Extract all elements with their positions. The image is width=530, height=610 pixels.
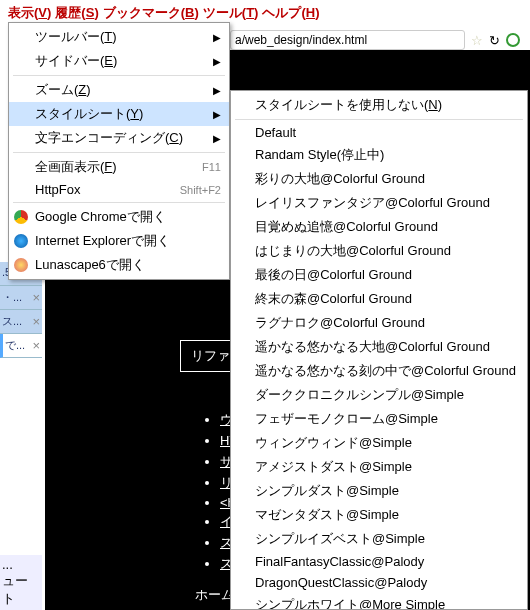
close-icon[interactable]: × bbox=[32, 314, 40, 329]
option-label: 彩りの大地@Colorful Ground bbox=[255, 171, 425, 186]
option-label: Randam Style(停止中) bbox=[255, 147, 384, 162]
stylesheet-option[interactable]: ウィングウィンド@Simple bbox=[231, 431, 527, 455]
luna-icon bbox=[14, 258, 28, 272]
sidebar-tab[interactable]: ・...× bbox=[0, 286, 42, 310]
address-bar: ☆ ↻ bbox=[230, 30, 520, 50]
stylesheet-option[interactable]: ラグナロク@Colorful Ground bbox=[231, 311, 527, 335]
view-menu: ツールバー(T)▶サイドバー(E)▶ズーム(Z)▶スタイルシート(Y)▶文字エン… bbox=[8, 22, 230, 280]
menu-label: 全画面表示(F) bbox=[35, 158, 117, 176]
bookmark-icon[interactable]: ☆ bbox=[471, 33, 483, 48]
stylesheet-option[interactable]: アメジストダスト@Simple bbox=[231, 455, 527, 479]
submenu-arrow-icon: ▶ bbox=[213, 109, 221, 120]
menu-label: HttpFox bbox=[35, 182, 81, 197]
menu-label: 文字エンコーディング(C) bbox=[35, 129, 183, 147]
pane-item[interactable]: ... bbox=[2, 557, 40, 572]
separator bbox=[13, 202, 225, 203]
option-label: シンプルホワイト@More Simple bbox=[255, 597, 445, 610]
menu-item[interactable]: Google Chromeで開く bbox=[9, 205, 229, 229]
option-label: FinalFantasyClassic@Palody bbox=[255, 554, 424, 569]
menu-item[interactable]: ズーム(Z)▶ bbox=[9, 78, 229, 102]
menu-item[interactable]: ブックマーク(B) bbox=[103, 4, 199, 22]
menu-item[interactable]: サイドバー(E)▶ bbox=[9, 49, 229, 73]
close-icon[interactable]: × bbox=[32, 290, 40, 305]
refresh-icon[interactable]: ↻ bbox=[489, 33, 500, 48]
option-label: Default bbox=[255, 125, 296, 140]
option-label: 目覚めぬ追憶@Colorful Ground bbox=[255, 219, 438, 234]
stylesheet-option[interactable]: 彩りの大地@Colorful Ground bbox=[231, 167, 527, 191]
stylesheet-option[interactable]: スタイルシートを使用しない(N) bbox=[231, 93, 527, 117]
stylesheet-option[interactable]: DragonQuestClassic@Palody bbox=[231, 572, 527, 593]
stylesheet-option[interactable]: Default bbox=[231, 122, 527, 143]
close-icon[interactable]: × bbox=[32, 338, 40, 353]
menu-item[interactable]: 全画面表示(F)F11 bbox=[9, 155, 229, 179]
stylesheet-option[interactable]: Randam Style(停止中) bbox=[231, 143, 527, 167]
menu-item[interactable]: Internet Explorerで開く bbox=[9, 229, 229, 253]
stylesheet-submenu: スタイルシートを使用しない(N)DefaultRandam Style(停止中)… bbox=[230, 90, 528, 610]
option-label: 遥かなる悠かなる刻の中で@Colorful Ground bbox=[255, 363, 516, 378]
separator bbox=[235, 119, 523, 120]
stylesheet-option[interactable]: 遥かなる悠かなる刻の中で@Colorful Ground bbox=[231, 359, 527, 383]
submenu-arrow-icon: ▶ bbox=[213, 32, 221, 43]
separator bbox=[13, 75, 225, 76]
pane-item[interactable]: ト bbox=[2, 590, 40, 608]
option-label: DragonQuestClassic@Palody bbox=[255, 575, 427, 590]
option-label: スタイルシートを使用しない(N) bbox=[255, 97, 442, 112]
menu-label: Internet Explorerで開く bbox=[35, 232, 170, 250]
shortcut-label: Shift+F2 bbox=[180, 184, 221, 196]
option-label: 最後の日@Colorful Ground bbox=[255, 267, 412, 282]
menu-item[interactable]: 履歴(S) bbox=[55, 4, 98, 22]
shortcut-label: F11 bbox=[202, 161, 221, 173]
menu-label: サイドバー(E) bbox=[35, 52, 117, 70]
menu-item[interactable]: Lunascape6で開く bbox=[9, 253, 229, 277]
menu-item[interactable]: ツール(T) bbox=[203, 4, 259, 22]
menu-item[interactable]: HttpFoxShift+F2 bbox=[9, 179, 229, 200]
menu-item[interactable]: ヘルプ(H) bbox=[262, 4, 319, 22]
menu-label: スタイルシート(Y) bbox=[35, 105, 143, 123]
option-label: マゼンタダスト@Simple bbox=[255, 507, 399, 522]
submenu-arrow-icon: ▶ bbox=[213, 85, 221, 96]
chrome-icon bbox=[14, 210, 28, 224]
option-label: ラグナロク@Colorful Ground bbox=[255, 315, 425, 330]
menu-label: ズーム(Z) bbox=[35, 81, 91, 99]
stylesheet-option[interactable]: シンプルイズベスト@Simple bbox=[231, 527, 527, 551]
stylesheet-option[interactable]: FinalFantasyClassic@Palody bbox=[231, 551, 527, 572]
option-label: アメジストダスト@Simple bbox=[255, 459, 412, 474]
submenu-arrow-icon: ▶ bbox=[213, 133, 221, 144]
status-icon[interactable] bbox=[506, 33, 520, 47]
menu-item[interactable]: スタイルシート(Y)▶ bbox=[9, 102, 229, 126]
stylesheet-option[interactable]: 終末の森@Colorful Ground bbox=[231, 287, 527, 311]
ie-icon bbox=[14, 234, 28, 248]
option-label: シンプルダスト@Simple bbox=[255, 483, 399, 498]
stylesheet-option[interactable]: 最後の日@Colorful Ground bbox=[231, 263, 527, 287]
pane-item[interactable]: ュー bbox=[2, 572, 40, 590]
menu-item[interactable]: 表示(V) bbox=[8, 4, 51, 22]
stylesheet-option[interactable]: レイリスファンタジア@Colorful Ground bbox=[231, 191, 527, 215]
sidebar-tab[interactable]: で...× bbox=[0, 334, 42, 358]
stylesheet-option[interactable]: ダーククロニクルシンプル@Simple bbox=[231, 383, 527, 407]
sidebar-tab[interactable]: ス...× bbox=[0, 310, 42, 334]
separator bbox=[13, 152, 225, 153]
bottom-pane: ...ュート bbox=[0, 555, 42, 610]
submenu-arrow-icon: ▶ bbox=[213, 56, 221, 67]
option-label: 終末の森@Colorful Ground bbox=[255, 291, 412, 306]
stylesheet-option[interactable]: フェザーモノクローム@Simple bbox=[231, 407, 527, 431]
menu-label: Lunascape6で開く bbox=[35, 256, 145, 274]
option-label: はじまりの大地@Colorful Ground bbox=[255, 243, 451, 258]
option-label: 遥かなる悠かなる大地@Colorful Ground bbox=[255, 339, 490, 354]
option-label: ウィングウィンド@Simple bbox=[255, 435, 412, 450]
stylesheet-option[interactable]: はじまりの大地@Colorful Ground bbox=[231, 239, 527, 263]
stylesheet-option[interactable]: マゼンタダスト@Simple bbox=[231, 503, 527, 527]
stylesheet-option[interactable]: シンプルダスト@Simple bbox=[231, 479, 527, 503]
option-label: ダーククロニクルシンプル@Simple bbox=[255, 387, 464, 402]
menu-item[interactable]: 文字エンコーディング(C)▶ bbox=[9, 126, 229, 150]
stylesheet-option[interactable]: 遥かなる悠かなる大地@Colorful Ground bbox=[231, 335, 527, 359]
option-label: フェザーモノクローム@Simple bbox=[255, 411, 438, 426]
url-input[interactable] bbox=[230, 30, 465, 50]
option-label: レイリスファンタジア@Colorful Ground bbox=[255, 195, 490, 210]
option-label: シンプルイズベスト@Simple bbox=[255, 531, 425, 546]
menu-label: ツールバー(T) bbox=[35, 28, 117, 46]
stylesheet-option[interactable]: シンプルホワイト@More Simple bbox=[231, 593, 527, 610]
stylesheet-option[interactable]: 目覚めぬ追憶@Colorful Ground bbox=[231, 215, 527, 239]
menu-item[interactable]: ツールバー(T)▶ bbox=[9, 25, 229, 49]
menu-label: Google Chromeで開く bbox=[35, 208, 166, 226]
